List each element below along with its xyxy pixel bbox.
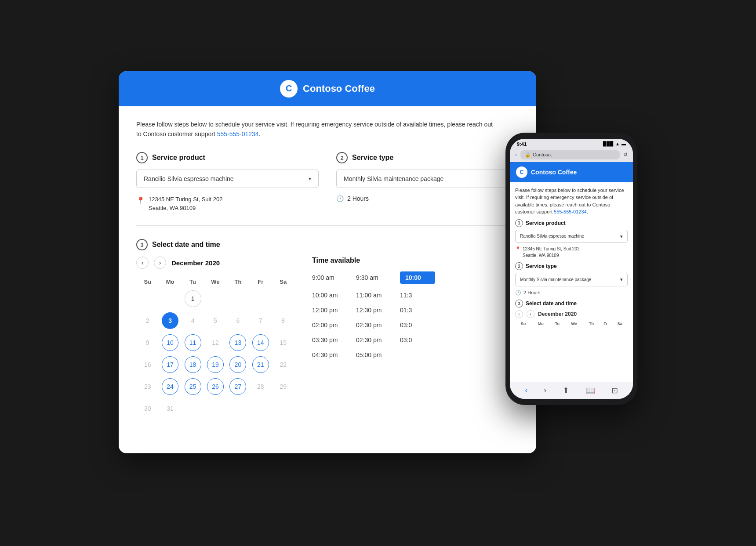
table-row[interactable]: 17 [159,354,181,376]
table-row[interactable]: 7 [249,310,272,332]
calendar-day-cell[interactable]: 23 [139,378,156,395]
phone-support-link[interactable]: 555-555-01234 [554,209,587,214]
phone-bookmarks-icon[interactable]: 📖 [585,386,595,395]
phone-service-type-dropdown[interactable]: Monthly Silvia maintenance package ▾ [515,273,628,286]
phone-forward-nav-icon[interactable]: › [544,386,546,395]
table-row[interactable]: 6 [227,310,249,332]
time-slot-item[interactable]: 9:00 am [312,274,347,281]
calendar-day-cell[interactable]: 15 [275,334,291,351]
time-slot-item[interactable]: 12:00 pm [312,307,347,314]
phone-service-product-dropdown[interactable]: Rancilio Silvia espresso machine ▾ [515,230,628,243]
time-slot-item[interactable]: 9:30 am [356,274,391,281]
table-row[interactable]: 12 [204,332,226,354]
calendar-day-cell[interactable]: 3 [162,312,178,329]
calendar-day-cell[interactable]: 16 [139,356,156,373]
calendar-day-cell[interactable]: 26 [207,378,224,395]
calendar-day-cell[interactable]: 12 [207,334,224,351]
table-row[interactable]: 30 [136,398,159,419]
calendar-day-cell[interactable]: 18 [185,356,201,373]
phone-refresh-icon[interactable]: ↺ [623,152,628,158]
time-slot-item[interactable]: 02:30 pm [356,322,391,329]
table-row[interactable]: 9 [136,332,159,354]
calendar-day-cell[interactable]: 2 [139,312,156,329]
calendar-day-cell[interactable]: 20 [229,356,246,373]
table-row[interactable]: 14 [249,332,272,354]
table-row[interactable]: 8 [272,310,294,332]
calendar-day-cell[interactable]: 11 [185,334,201,351]
time-slot-item[interactable]: 03:0 [400,322,435,329]
phone-share-icon[interactable]: ⬆ [563,386,569,395]
calendar-day-cell[interactable]: 25 [185,378,201,395]
phone-tabs-icon[interactable]: ⊡ [611,386,618,395]
time-slot-item[interactable]: 05:00 pm [356,351,391,358]
step2-title: Service type [352,154,393,162]
calendar-day-cell[interactable]: 1 [185,290,201,307]
phone-back-icon[interactable]: ‹ [515,152,517,158]
time-slot-item[interactable]: 11:00 am [356,292,391,299]
time-slot-item[interactable]: 04:30 pm [312,351,347,358]
cal-month-label: December 2020 [171,259,220,267]
time-slot-item[interactable]: 03:30 pm [312,336,347,344]
table-row[interactable]: 20 [227,354,249,376]
table-row[interactable]: 21 [249,354,272,376]
calendar-day-cell[interactable]: 27 [229,378,246,395]
calendar-day-cell[interactable]: 19 [207,356,224,373]
phone-cal-prev[interactable]: ‹ [515,310,523,318]
support-phone-link[interactable]: 555-555-01234 [217,130,259,137]
table-row[interactable]: 27 [227,376,249,398]
cal-next-button[interactable]: › [154,257,166,269]
table-row[interactable]: 31 [159,398,181,419]
table-row[interactable]: 4 [182,310,204,332]
brand-name: Contoso Coffee [303,83,375,94]
time-slot-item[interactable]: 01:3 [400,307,435,314]
service-product-dropdown[interactable]: Rancilio Silvia espresso machine ▾ [136,170,319,188]
calendar-day-cell[interactable]: 31 [162,400,178,417]
time-slot-item[interactable]: 10:00 am [312,292,347,299]
table-row[interactable]: 26 [204,376,226,398]
table-row[interactable]: 10 [159,332,181,354]
calendar-day-cell[interactable]: 10 [162,334,178,351]
calendar-day-cell[interactable]: 14 [252,334,269,351]
calendar-day-cell[interactable]: 8 [275,312,291,329]
cal-prev-button[interactable]: ‹ [136,257,149,269]
table-row[interactable]: 29 [272,376,294,398]
time-slot-item[interactable]: 12:30 pm [356,307,391,314]
calendar-day-cell[interactable]: 13 [229,334,246,351]
table-row[interactable]: 2 [136,310,159,332]
phone-url-bar[interactable]: 🔒 Contoso. [520,150,620,159]
table-row[interactable]: 24 [159,376,181,398]
table-row[interactable]: 11 [182,332,204,354]
time-slot-item[interactable]: 02:30 pm [356,336,391,344]
table-row[interactable]: 16 [136,354,159,376]
table-row[interactable]: 23 [136,376,159,398]
table-row[interactable]: 28 [249,376,272,398]
table-row[interactable]: 15 [272,332,294,354]
calendar-day-cell[interactable]: 21 [252,356,269,373]
calendar-day-cell[interactable]: 7 [252,312,269,329]
phone-back-nav-icon[interactable]: ‹ [525,386,527,395]
calendar-day-cell[interactable]: 17 [162,356,178,373]
calendar-day-cell[interactable]: 4 [185,312,201,329]
time-slot-item[interactable]: 02:00 pm [312,322,347,329]
phone-cal-next[interactable]: › [527,310,534,318]
table-row[interactable]: 5 [204,310,226,332]
calendar-day-cell[interactable]: 30 [139,400,156,417]
time-slot-item[interactable]: 03:0 [400,336,435,344]
table-row[interactable]: 22 [272,354,294,376]
table-row[interactable]: 1 [182,288,204,310]
calendar-day-cell[interactable]: 29 [275,378,291,395]
calendar-day-cell[interactable]: 6 [229,312,246,329]
calendar-day-cell[interactable]: 5 [207,312,224,329]
table-row[interactable]: 19 [204,354,226,376]
table-row[interactable]: 18 [182,354,204,376]
table-row[interactable]: 3 [159,310,181,332]
table-row[interactable]: 25 [182,376,204,398]
calendar-day-cell[interactable]: 9 [139,334,156,351]
calendar-day-cell[interactable]: 22 [275,356,291,373]
table-row[interactable]: 13 [227,332,249,354]
calendar-day-cell[interactable]: 24 [162,378,178,395]
time-slot-item[interactable]: 11:3 [400,292,435,299]
calendar-day-cell[interactable]: 28 [252,378,269,395]
service-type-dropdown[interactable]: Monthly Silvia maintenance package ▾ [336,170,519,188]
time-slot-item[interactable]: 10:00 [400,271,435,284]
